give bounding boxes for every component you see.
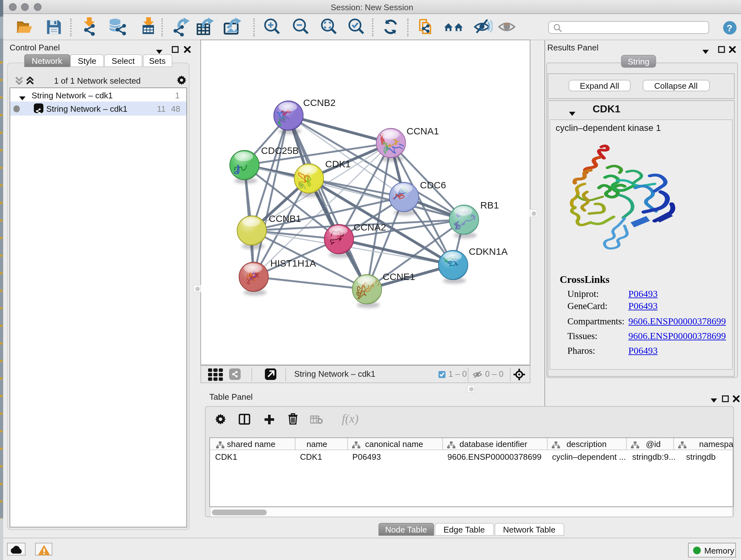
svg-text:CCNE1: CCNE1 xyxy=(383,271,415,282)
svg-text:RB1: RB1 xyxy=(480,200,499,210)
svg-text:CCNB1: CCNB1 xyxy=(269,213,301,224)
svg-text:CCNB2: CCNB2 xyxy=(303,98,336,108)
svg-text:CCNA2: CCNA2 xyxy=(354,222,386,233)
svg-text:CDC25B: CDC25B xyxy=(261,145,299,156)
svg-text:CDC6: CDC6 xyxy=(420,180,446,190)
svg-text:HIST1H1A: HIST1H1A xyxy=(270,258,316,268)
svg-text:CCNA1: CCNA1 xyxy=(407,126,439,136)
svg-text:CDK1: CDK1 xyxy=(325,159,351,169)
svg-text:CDKN1A: CDKN1A xyxy=(469,246,508,257)
